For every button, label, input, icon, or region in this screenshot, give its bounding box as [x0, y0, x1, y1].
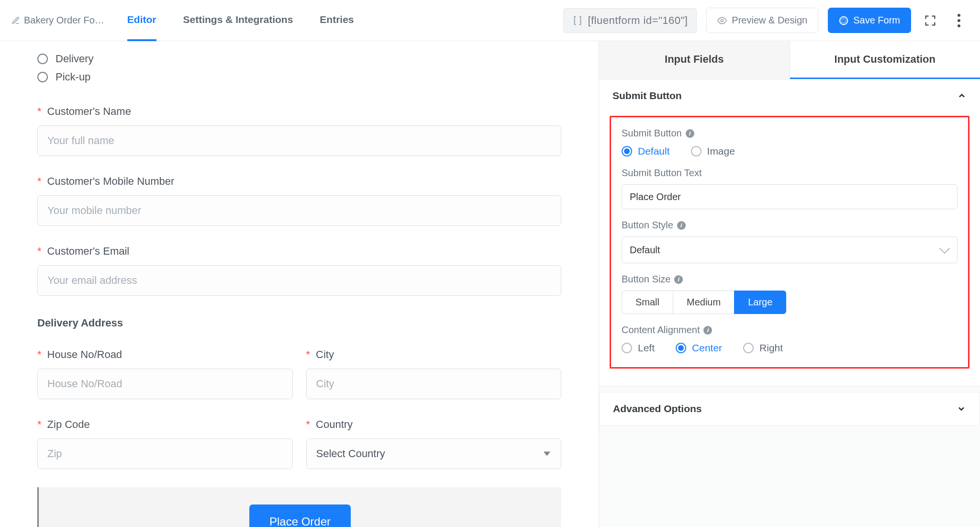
chevron-up-icon [957, 91, 967, 101]
submit-button-container[interactable]: Place Order [37, 487, 561, 527]
info-icon[interactable]: i [674, 275, 683, 284]
fullscreen-button[interactable] [921, 11, 940, 30]
required-star: * [306, 418, 311, 431]
prop-label-button-text: Submit Button Text [622, 168, 702, 179]
prop-label-alignment: Content Alignment [622, 325, 700, 336]
preview-design-button[interactable]: Preview & Design [706, 8, 818, 33]
required-star: * [37, 175, 42, 188]
label-customer-email: Customer's Email [47, 245, 130, 258]
label-house: House No/Road [47, 348, 122, 361]
eye-icon [717, 16, 727, 25]
tab-settings[interactable]: Settings & Integrations [183, 0, 293, 41]
required-star: * [306, 348, 311, 361]
section-submit-button-header[interactable]: Submit Button [599, 79, 980, 112]
input-button-text[interactable] [622, 184, 958, 209]
save-form-button[interactable]: Save Form [828, 8, 911, 33]
panel-tab-input-fields[interactable]: Input Fields [599, 41, 790, 79]
size-large[interactable]: Large [734, 291, 786, 314]
form-title-text: Bakery Order Fo… [24, 15, 104, 26]
select-country[interactable]: Select Country [306, 438, 562, 469]
form-title[interactable]: Bakery Order Fo… [11, 15, 104, 26]
shortcode-box[interactable]: [fluentform id="160"] [563, 8, 697, 33]
size-medium[interactable]: Medium [673, 291, 735, 314]
label-customer-mobile: Customer's Mobile Number [47, 175, 175, 188]
align-right[interactable]: Right [743, 342, 783, 354]
required-star: * [37, 348, 42, 361]
pencil-icon [11, 16, 20, 25]
input-customer-name[interactable] [37, 125, 561, 156]
align-center[interactable]: Center [676, 342, 722, 354]
tab-editor[interactable]: Editor [127, 0, 156, 41]
prop-label-button-style: Button Style [622, 220, 673, 231]
button-type-image[interactable]: Image [691, 146, 735, 157]
label-zip: Zip Code [47, 418, 90, 431]
section-delivery-address: Delivery Address [37, 317, 561, 329]
required-star: * [37, 418, 42, 431]
radio-icon [37, 54, 48, 64]
kebab-icon [958, 14, 960, 27]
info-icon[interactable]: i [703, 326, 712, 335]
label-city: City [316, 348, 334, 361]
svg-point-0 [721, 19, 724, 22]
option-pickup[interactable]: Pick-up [37, 68, 561, 86]
shortcode-text: [fluentform id="160"] [588, 14, 688, 27]
label-country: Country [316, 418, 353, 431]
option-label: Pick-up [56, 71, 90, 83]
size-small[interactable]: Small [622, 291, 673, 314]
required-star: * [37, 105, 42, 118]
input-city[interactable] [306, 369, 562, 399]
more-menu-button[interactable] [949, 11, 969, 30]
info-icon[interactable]: i [677, 221, 686, 230]
submit-button[interactable]: Place Order [249, 505, 351, 527]
input-house[interactable] [37, 369, 293, 399]
input-zip[interactable] [37, 438, 293, 469]
button-type-default[interactable]: Default [622, 146, 670, 157]
tab-entries[interactable]: Entries [320, 0, 354, 41]
radio-icon [37, 72, 48, 82]
align-left[interactable]: Left [622, 342, 655, 354]
info-icon[interactable]: i [686, 129, 694, 138]
input-customer-email[interactable] [37, 265, 561, 296]
select-button-style[interactable]: Default [622, 236, 958, 263]
brackets-icon [572, 15, 583, 26]
chevron-down-icon [957, 404, 966, 414]
required-star: * [37, 245, 42, 258]
panel-tab-input-customization[interactable]: Input Customization [790, 41, 980, 79]
highlighted-settings-box: Submit Buttoni Default Image Submit Butt… [610, 116, 969, 369]
form-canvas[interactable]: Delivery Pick-up *Customer's Name *Custo… [0, 41, 599, 527]
prop-label-button-size: Button Size [622, 274, 670, 285]
fullscreen-icon [924, 14, 937, 27]
label-customer-name: Customer's Name [47, 105, 131, 118]
section-advanced-options-header[interactable]: Advanced Options [600, 392, 980, 425]
option-label: Delivery [56, 53, 93, 65]
input-customer-mobile[interactable] [37, 195, 561, 226]
option-delivery[interactable]: Delivery [37, 50, 561, 68]
check-circle-icon [839, 16, 848, 25]
prop-label-button-type: Submit Button [622, 128, 682, 139]
